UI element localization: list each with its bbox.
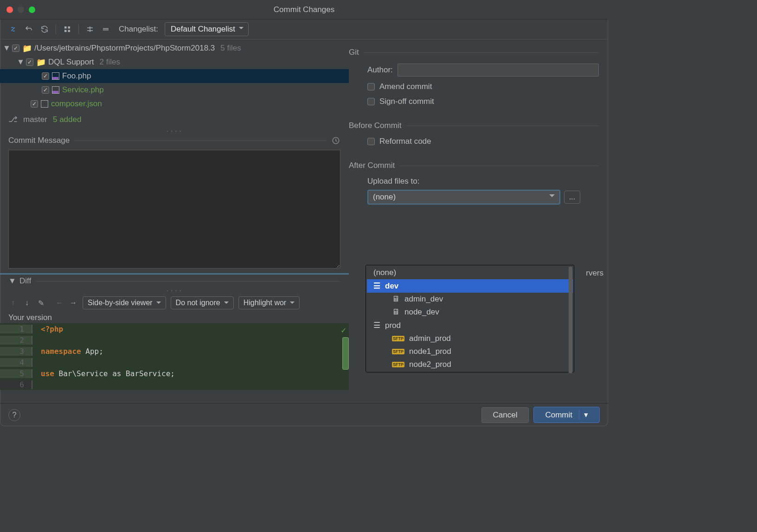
changelist-combo[interactable]: Default Changelist — [165, 22, 249, 36]
signoff-checkbox[interactable] — [367, 98, 375, 105]
php-file-icon — [52, 72, 59, 80]
group-icon: ☰ — [373, 320, 380, 330]
changes-tree: ▼ 📁 /Users/jetbrains/PhpstormProjects/Ph… — [0, 39, 349, 113]
commit-dropdown-icon[interactable]: ▾ — [579, 410, 588, 420]
tree-folder-row[interactable]: ▼ 📁 DQL Support 2 files — [0, 55, 349, 69]
diff-icon[interactable] — [8, 25, 18, 34]
changelist-label: Changelist: — [119, 25, 158, 34]
ignore-combo[interactable]: Do not ignore — [171, 296, 234, 309]
diff-section-header[interactable]: ▼ Diff — [0, 275, 349, 288]
checkbox[interactable] — [12, 45, 19, 52]
upload-server-combo[interactable]: (none) — [367, 190, 560, 205]
highlight-combo[interactable]: Highlight wor — [238, 296, 300, 309]
chevron-down-icon[interactable]: ▼ — [8, 276, 15, 286]
window-title: Commit Changes — [0, 5, 608, 14]
splitter-handle[interactable]: • • • • — [0, 128, 349, 134]
expand-icon[interactable]: ▼ — [17, 58, 23, 67]
branch-name: master — [23, 115, 47, 124]
checkbox[interactable] — [31, 100, 38, 108]
commit-dialog: Commit Changes Changelist: Default Chang… — [0, 0, 608, 426]
next-file-icon[interactable]: → — [69, 298, 78, 308]
svg-rect-1 — [68, 26, 71, 29]
splitter-handle[interactable]: • • • • — [0, 288, 349, 294]
cancel-button[interactable]: Cancel — [481, 407, 529, 423]
dropdown-item[interactable]: 🖥 admin_dev — [367, 293, 573, 306]
sftp-icon: SFTP — [392, 349, 404, 354]
code-diff-area[interactable]: ✓ 1<?php 2 3namespace App; 4 5use Bar\Se… — [0, 323, 349, 390]
tree-file-row[interactable]: Foo.php — [0, 69, 349, 83]
dropdown-item[interactable]: SFTP admin_prod — [367, 332, 573, 345]
dropdown-item[interactable]: ☰ prod — [367, 319, 573, 332]
help-button[interactable]: ? — [8, 409, 20, 421]
edit-icon[interactable]: ✎ — [36, 298, 45, 308]
sftp-icon: SFTP — [392, 336, 404, 341]
diff-version-label: Your version — [0, 312, 349, 323]
history-icon[interactable] — [331, 136, 340, 145]
signoff-label: Sign-off commit — [379, 97, 434, 106]
browse-button[interactable]: ... — [564, 191, 580, 204]
php-file-icon — [52, 86, 59, 94]
checkbox[interactable] — [42, 72, 49, 80]
refresh-icon[interactable] — [40, 25, 49, 34]
svg-rect-0 — [64, 26, 67, 29]
tree-file-row[interactable]: Service.php — [0, 83, 349, 97]
collapse-all-icon[interactable] — [101, 25, 110, 34]
tree-path: /Users/jetbrains/PhpstormProjects/PhpSto… — [34, 44, 215, 53]
undo-icon[interactable] — [24, 25, 33, 34]
file-name: composer.json — [51, 99, 102, 109]
checkbox[interactable] — [26, 58, 33, 66]
dropdown-item[interactable]: (none) — [367, 266, 573, 279]
host-icon: 🖥 — [392, 295, 400, 304]
json-file-icon — [41, 100, 48, 108]
diff-toolbar: ↑ ↓ ✎ ← → Side-by-side viewer Do not ign… — [0, 294, 349, 312]
toolbar: Changelist: Default Changelist — [0, 19, 608, 39]
sftp-icon: SFTP — [392, 362, 404, 367]
before-commit-section-header: Before Commit — [349, 117, 599, 134]
file-name: Service.php — [62, 85, 104, 95]
upload-server-dropdown: (none) ☰ dev 🖥 admin_dev 🖥 node_dev ☰ pr… — [366, 265, 574, 372]
folder-name: DQL Support — [48, 58, 94, 67]
inspection-ok-icon: ✓ — [341, 325, 346, 335]
partial-text: rvers — [586, 269, 603, 278]
commit-button[interactable]: Commit ▾ — [533, 407, 600, 423]
folder-icon: 📁 — [36, 58, 45, 67]
next-diff-icon[interactable]: ↓ — [22, 298, 32, 308]
prev-file-icon: ← — [55, 298, 64, 308]
branch-status: 5 added — [53, 115, 81, 124]
scrollbar[interactable] — [569, 267, 572, 373]
amend-checkbox[interactable] — [367, 83, 375, 90]
upload-label: Upload files to: — [349, 174, 599, 186]
diff-marker — [342, 337, 349, 370]
expand-all-icon[interactable] — [85, 25, 95, 34]
reformat-label: Reformat code — [379, 137, 431, 146]
expand-icon[interactable]: ▼ — [3, 44, 9, 53]
host-icon: 🖥 — [392, 308, 400, 317]
tree-root-row[interactable]: ▼ 📁 /Users/jetbrains/PhpstormProjects/Ph… — [0, 41, 349, 55]
tree-count: 5 files — [220, 44, 241, 53]
svg-rect-3 — [68, 30, 71, 32]
branch-icon: ⎇ — [8, 115, 18, 124]
svg-rect-2 — [64, 30, 67, 32]
dropdown-item[interactable]: 🖥 node_dev — [367, 306, 573, 319]
bottom-bar: ? Cancel Commit ▾ — [0, 403, 608, 426]
titlebar: Commit Changes — [0, 0, 608, 19]
folder-icon: 📁 — [22, 44, 32, 53]
dropdown-item[interactable]: SFTP node2_prod — [367, 358, 573, 371]
group-icon: ☰ — [373, 281, 380, 291]
amend-label: Amend commit — [379, 82, 432, 91]
group-by-icon[interactable] — [63, 25, 72, 34]
dropdown-item[interactable]: ☰ dev — [367, 279, 573, 293]
file-name: Foo.php — [62, 71, 91, 81]
git-section-header: Git — [349, 44, 599, 61]
tree-file-row[interactable]: composer.json — [0, 97, 349, 111]
dropdown-item[interactable]: SFTP node1_prod — [367, 345, 573, 358]
after-commit-section-header: After Commit — [349, 157, 599, 174]
branch-bar: ⎇ master 5 added — [0, 113, 349, 128]
checkbox[interactable] — [42, 86, 49, 94]
prev-diff-icon: ↑ — [8, 298, 18, 308]
reformat-checkbox[interactable] — [367, 138, 375, 145]
folder-count: 2 files — [100, 58, 120, 67]
commit-message-input[interactable] — [8, 150, 340, 269]
viewer-mode-combo[interactable]: Side-by-side viewer — [83, 296, 166, 309]
author-input[interactable] — [398, 64, 599, 77]
